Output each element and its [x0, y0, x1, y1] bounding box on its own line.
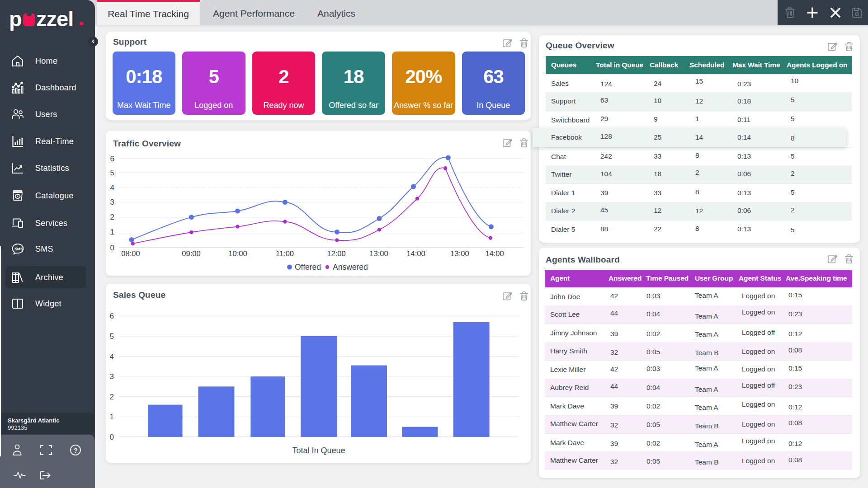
svg-text:0: 0 [110, 244, 114, 252]
svg-text:zzel: zzel [36, 7, 73, 31]
svg-text:4: 4 [110, 352, 114, 361]
svg-text:3: 3 [110, 372, 114, 381]
svg-text:13:00: 13:00 [369, 249, 388, 258]
svg-text:p: p [9, 7, 22, 31]
svg-text:14:00: 14:00 [485, 249, 504, 258]
svg-text:5: 5 [110, 169, 114, 177]
svg-text:1: 1 [110, 228, 114, 236]
svg-text:12:00: 12:00 [327, 249, 345, 258]
svg-text:0: 0 [110, 433, 114, 441]
svg-text:4: 4 [110, 183, 114, 192]
svg-text:SMS: SMS [14, 247, 23, 251]
svg-text:14:00: 14:00 [406, 249, 425, 258]
svg-text:2: 2 [110, 213, 114, 221]
svg-text:13:00: 13:00 [450, 249, 469, 258]
svg-text:6: 6 [110, 312, 114, 320]
svg-text:10:00: 10:00 [228, 249, 247, 258]
svg-text:1: 1 [110, 413, 114, 421]
svg-text:3: 3 [110, 198, 114, 206]
svg-text:Total In Queue: Total In Queue [292, 446, 345, 455]
svg-text:6: 6 [110, 155, 114, 163]
svg-text:2: 2 [110, 393, 114, 401]
svg-text:08:00: 08:00 [121, 249, 140, 258]
svg-text:11:00: 11:00 [276, 249, 294, 258]
svg-text:5: 5 [110, 332, 114, 341]
svg-text:Answered: Answered [333, 263, 368, 272]
svg-text:Offered: Offered [295, 263, 321, 272]
svg-text:?: ? [74, 447, 78, 454]
svg-text:09:00: 09:00 [182, 249, 200, 258]
